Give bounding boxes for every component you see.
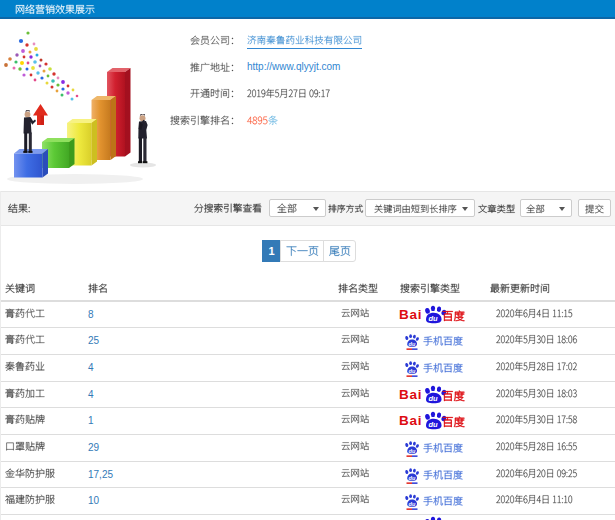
svg-text:du: du xyxy=(409,501,416,507)
svg-text:Bai: Bai xyxy=(399,387,422,402)
svg-text:du: du xyxy=(409,368,416,374)
svg-text:du: du xyxy=(409,448,416,454)
svg-text:du: du xyxy=(429,314,439,323)
svg-text:du: du xyxy=(409,475,416,481)
svg-text:Bai: Bai xyxy=(399,307,422,322)
svg-text:du: du xyxy=(429,394,439,403)
svg-text:du: du xyxy=(429,420,439,429)
svg-text:Bai: Bai xyxy=(399,413,422,428)
svg-text:du: du xyxy=(409,341,416,347)
